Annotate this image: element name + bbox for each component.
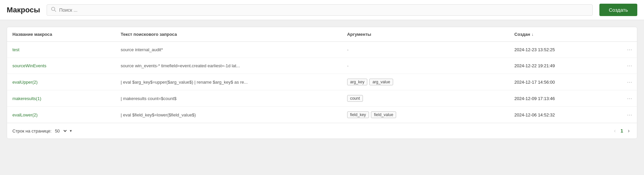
macro-query: | makeresults count=$count$ xyxy=(115,90,342,107)
macro-name-link[interactable]: evalUpper(2) xyxy=(12,80,38,85)
more-actions-icon[interactable]: ⋯ xyxy=(627,63,633,69)
macro-actions-cell: ⋯ xyxy=(607,42,637,58)
macro-query: source win_events-* timefield=event.crea… xyxy=(115,58,342,74)
more-actions-icon[interactable]: ⋯ xyxy=(627,112,633,118)
table-header-row: Название макроса Текст поискового запрос… xyxy=(7,27,637,42)
rows-per-page-label: Строк на странице: xyxy=(12,128,52,134)
table-row: sourceWinEventssource win_events-* timef… xyxy=(7,58,637,74)
macro-name-link[interactable]: test xyxy=(12,47,19,52)
macros-table: Название макроса Текст поискового запрос… xyxy=(7,27,637,123)
macro-name-link[interactable]: sourceWinEvents xyxy=(12,63,46,68)
table-footer: Строк на странице: 50 25 100 ▾ ‹ 1 › xyxy=(7,123,637,139)
prev-page-button[interactable]: ‹ xyxy=(612,127,618,135)
search-bar xyxy=(47,4,593,16)
more-actions-icon[interactable]: ⋯ xyxy=(627,96,633,101)
arg-tag: field_value xyxy=(371,111,396,118)
macro-args: field_keyfield_value xyxy=(342,107,509,123)
main-content: Название макроса Текст поискового запрос… xyxy=(0,20,644,175)
macro-query: | eval $field_key$=lower($field_value$) xyxy=(115,107,342,123)
col-header-actions xyxy=(607,27,637,42)
create-button[interactable]: Создать xyxy=(599,4,637,16)
arg-tag: arg_key xyxy=(347,79,368,85)
macros-table-card: Название макроса Текст поискового запрос… xyxy=(7,27,637,139)
rows-per-page-control: Строк на странице: 50 25 100 ▾ xyxy=(12,128,72,134)
page-title: Макросы xyxy=(7,6,40,14)
table-row: evalLower(2)| eval $field_key$=lower($fi… xyxy=(7,107,637,123)
macro-created-date: 2024-12-17 14:56:00 xyxy=(509,74,607,90)
pagination: ‹ 1 › xyxy=(612,127,632,135)
arg-tag: count xyxy=(347,95,363,102)
current-page: 1 xyxy=(621,128,623,134)
macro-args: - xyxy=(342,58,509,74)
macro-created-date: 2024-12-06 14:52:32 xyxy=(509,107,607,123)
col-header-args: Аргументы xyxy=(342,27,509,42)
next-page-button[interactable]: › xyxy=(626,127,632,135)
macro-args: - xyxy=(342,42,509,58)
more-actions-icon[interactable]: ⋯ xyxy=(627,47,633,53)
col-header-created[interactable]: Создан ↓ xyxy=(509,27,607,42)
macro-args: count xyxy=(342,90,509,107)
macro-actions-cell: ⋯ xyxy=(607,90,637,107)
macro-args: arg_keyarg_value xyxy=(342,74,509,90)
col-header-name: Название макроса xyxy=(7,27,115,42)
table-row: makeresults(1)| makeresults count=$count… xyxy=(7,90,637,107)
macro-actions-cell: ⋯ xyxy=(607,58,637,74)
app-header: Макросы Создать xyxy=(0,0,644,20)
macro-actions-cell: ⋯ xyxy=(607,74,637,90)
search-icon xyxy=(51,7,56,13)
chevron-down-icon: ▾ xyxy=(70,128,72,133)
macro-name-link[interactable]: evalLower(2) xyxy=(12,112,38,117)
sort-icon: ↓ xyxy=(532,32,534,37)
svg-line-1 xyxy=(55,10,56,11)
macro-query: | eval $arg_key$=upper($arg_value$) | re… xyxy=(115,74,342,90)
macro-created-date: 2024-12-23 13:52:25 xyxy=(509,42,607,58)
more-actions-icon[interactable]: ⋯ xyxy=(627,79,633,85)
arg-tag: field_key xyxy=(347,111,369,118)
macro-created-date: 2024-12-09 17:13:46 xyxy=(509,90,607,107)
arg-tag: arg_value xyxy=(369,79,393,85)
table-row: testsource internal_audit*-2024-12-23 13… xyxy=(7,42,637,58)
search-input[interactable] xyxy=(59,7,588,13)
macro-query: source internal_audit* xyxy=(115,42,342,58)
macro-name-link[interactable]: makeresults(1) xyxy=(12,96,41,101)
table-row: evalUpper(2)| eval $arg_key$=upper($arg_… xyxy=(7,74,637,90)
macro-created-date: 2024-12-22 19:21:49 xyxy=(509,58,607,74)
macro-actions-cell: ⋯ xyxy=(607,107,637,123)
rows-per-page-select[interactable]: 50 25 100 xyxy=(54,128,68,134)
col-header-query: Текст поискового запроса xyxy=(115,27,342,42)
